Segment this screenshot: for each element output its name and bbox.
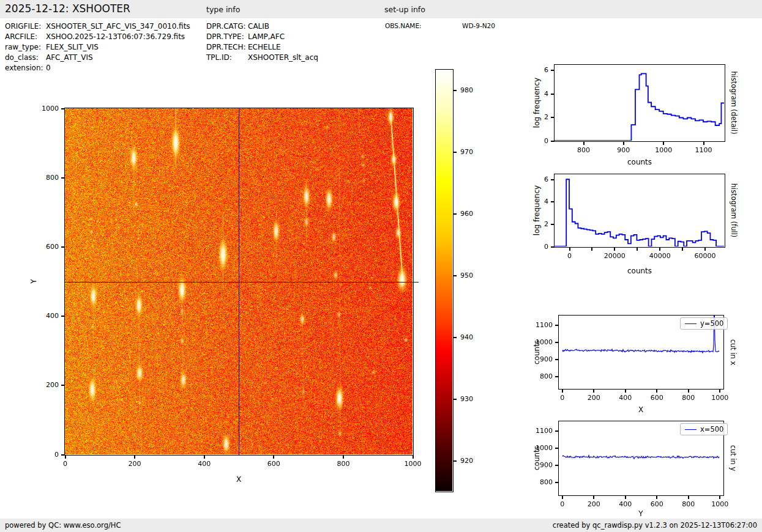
y-tick-label: 0 <box>508 243 548 251</box>
y-tick-mark <box>551 94 554 95</box>
x-tick-label: 400 <box>186 460 223 468</box>
x-tick-label: 600 <box>255 460 292 468</box>
meta-row-arcfile: ARCFILE: XSHOO.2025-12-13T06:07:36.729.f… <box>5 32 207 43</box>
colorbar-tick-label: 970 <box>460 148 473 156</box>
side-label: cut in x <box>729 339 738 366</box>
y-tick-mark <box>551 224 554 225</box>
meta-value: AFC_ATT_VIS <box>46 53 93 62</box>
x-tick-mark <box>663 142 664 145</box>
histogram_full-plot <box>554 174 725 248</box>
x-tick-mark <box>704 248 706 251</box>
colorbar-tick-label: 940 <box>460 333 473 341</box>
y-tick-label: 4 <box>508 90 548 98</box>
meta-value: WD-9-N20 <box>462 22 495 29</box>
cut_in_y-legend: x=500 <box>680 423 728 435</box>
setup-info-header: set-up info <box>384 5 425 14</box>
y-tick-mark <box>61 385 64 386</box>
histogram_detail-plot <box>554 64 725 142</box>
x-tick-label: 60000 <box>687 252 723 260</box>
x-tick-mark <box>583 142 585 145</box>
y-tick-label: 0 <box>18 451 59 459</box>
crosshair-vertical <box>239 108 239 455</box>
y-tick-mark <box>551 70 554 71</box>
x-tick-mark <box>659 248 660 251</box>
y-tick-mark <box>551 179 554 180</box>
meta-row-dprtech: DPR.TECH: ECHELLE <box>206 43 378 53</box>
meta-value: XSHOOTER_slt_acq <box>248 53 318 62</box>
meta-row-doclass: do_class: AFC_ATT_VIS <box>5 53 207 64</box>
y-tick-label: 1100 <box>512 427 553 435</box>
meta-value: FLEX_SLIT_VIS <box>46 43 99 51</box>
y-axis-label: Y <box>29 279 38 283</box>
qc-report-page: 2025-12-12: XSHOOTER type info set-up in… <box>0 0 762 532</box>
colorbar-tick-mark <box>454 275 457 276</box>
y-tick-mark <box>61 246 64 248</box>
x-axis-label: counts <box>627 267 652 275</box>
meta-value: XSHOOTER_SLT_AFC_VIS_347_0010.fits <box>46 22 190 31</box>
legend-line-sample <box>685 323 697 324</box>
x-tick-mark <box>637 248 638 251</box>
x-tick-label: 20000 <box>596 252 633 260</box>
y-tick-mark <box>61 316 64 317</box>
y-tick-mark <box>551 201 554 202</box>
y-tick-label: 2 <box>508 113 548 121</box>
y-tick-mark <box>555 342 558 343</box>
y-tick-label: 6 <box>508 175 548 183</box>
x-tick-mark <box>656 496 657 499</box>
cut_in_x-legend: y=500 <box>680 317 728 330</box>
y-axis-label: counts <box>532 340 541 364</box>
legend-label: x=500 <box>700 425 723 434</box>
side-label: histogram (full) <box>730 183 738 238</box>
x-tick-mark <box>273 456 274 459</box>
x-tick-mark <box>625 496 626 499</box>
y-tick-mark <box>551 141 554 142</box>
meta-value: XSHOO.2025-12-13T06:07:36.729.fits <box>46 32 185 41</box>
y-tick-label: 800 <box>512 478 553 486</box>
x-axis-label: Y <box>638 509 643 518</box>
meta-label: extension: <box>5 64 43 72</box>
histogram_detail-canvas <box>555 65 724 141</box>
x-axis-label: counts <box>627 158 652 166</box>
meta-row-extension: extension: 0 <box>5 64 207 74</box>
x-tick-mark <box>593 496 594 499</box>
y-tick-mark <box>555 376 558 377</box>
x-tick-mark <box>593 390 594 393</box>
y-tick-label: 200 <box>18 381 59 389</box>
footer-right-text: created by qc_rawdisp.py v1.2.3 on 2025-… <box>553 521 757 530</box>
x-tick-mark <box>688 390 689 393</box>
x-tick-mark <box>625 390 626 393</box>
colorbar <box>435 69 454 492</box>
meta-label: DPR.TYPE: <box>206 32 244 41</box>
type-info-header: type info <box>206 5 240 14</box>
legend-line-sample <box>685 429 697 430</box>
y-tick-mark <box>551 117 554 118</box>
colorbar-tick-label: 930 <box>460 395 473 403</box>
meta-value: 0 <box>46 64 51 72</box>
y-tick-mark <box>555 448 558 449</box>
y-tick-mark <box>555 465 558 466</box>
x-tick-mark <box>591 248 592 251</box>
x-tick-mark <box>682 248 683 251</box>
meta-label: ARCFILE: <box>5 32 37 41</box>
footer-left-text: powered by QC: www.eso.org/HC <box>5 521 121 530</box>
x-tick-label: 800 <box>566 146 602 154</box>
meta-value: LAMP,AFC <box>248 32 285 41</box>
x-tick-label: 900 <box>605 146 642 154</box>
colorbar-tick-mark <box>454 213 457 215</box>
x-tick-label: 200 <box>116 460 153 468</box>
x-tick-mark <box>413 456 414 459</box>
y-tick-mark <box>555 325 558 326</box>
y-tick-mark <box>555 430 558 432</box>
y-tick-label: 1100 <box>512 321 553 329</box>
x-tick-mark <box>65 456 66 459</box>
y-tick-label: 800 <box>512 372 553 380</box>
meta-value: ECHELLE <box>248 43 281 51</box>
x-tick-label: 1000 <box>701 394 738 402</box>
x-tick-label: 1000 <box>701 500 738 508</box>
y-tick-mark <box>61 108 64 109</box>
x-tick-mark <box>569 248 570 251</box>
x-tick-mark <box>562 496 563 499</box>
colorbar-tick-mark <box>454 152 457 153</box>
x-tick-label: 1100 <box>685 146 722 154</box>
colorbar-canvas <box>436 70 452 491</box>
